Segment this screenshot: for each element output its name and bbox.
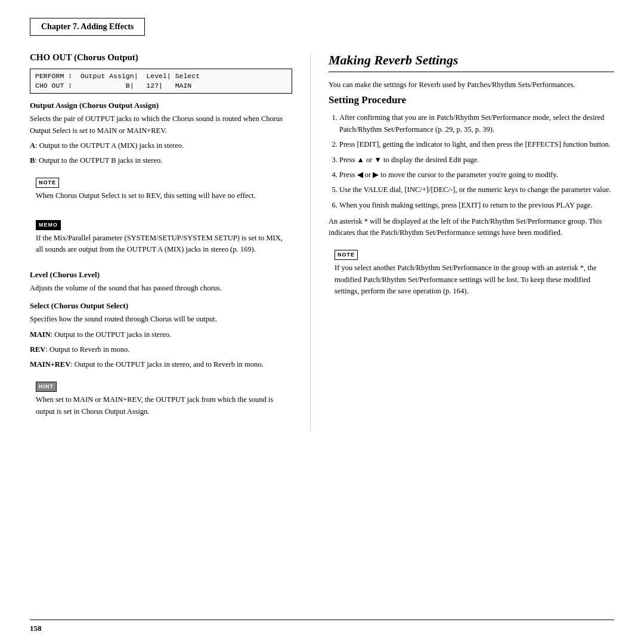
- right-note-label: NOTE: [335, 250, 358, 261]
- output-assign-a: A: Output to the OUTPUT A (MIX) jacks in…: [30, 140, 292, 151]
- note-text: When Chorus Output Select is set to REV,…: [36, 190, 286, 202]
- note-label: NOTE: [36, 178, 59, 188]
- chapter-title: Chapter 7. Adding Effects: [41, 22, 134, 31]
- memo-label: MEMO: [36, 220, 61, 231]
- output-assign-body: Selects the pair of OUTPUT jacks to whic…: [30, 113, 292, 137]
- select-rev: REV: Output to Reverb in mono.: [30, 344, 292, 355]
- bottom-rule: [30, 620, 614, 620]
- select-title: Select (Chorus Output Select): [30, 301, 292, 311]
- chapter-header: Chapter 7. Adding Effects: [30, 18, 145, 36]
- right-note-block: NOTE If you select another Patch/Rhythm …: [329, 245, 614, 305]
- asterisk-note: An asterisk * will be displayed at the l…: [329, 216, 614, 239]
- step-2: Press [EDIT], getting the indicator to l…: [339, 139, 614, 150]
- setting-procedure-title: Setting Procedure: [329, 94, 614, 106]
- select-mainrev: MAIN+REV: Output to the OUTPUT jacks in …: [30, 359, 292, 370]
- left-column: CHO OUT (Chorus Output) PERFORM ↕ Output…: [30, 52, 292, 431]
- note-block: NOTE When Chorus Output Select is set to…: [30, 173, 292, 209]
- right-note-text: If you select another Patch/Rhythm Set/P…: [335, 262, 608, 297]
- step-4: Press ◀ or ▶ to move the cursor to the p…: [339, 169, 614, 181]
- memo-block: MEMO If the Mix/Parallel parameter (SYST…: [30, 215, 292, 263]
- select-body: Specifies how the sound routed through C…: [30, 314, 292, 325]
- select-main: MAIN: Output to the OUTPUT jacks in ster…: [30, 329, 292, 340]
- display-line-1: PERFORM ↕ Output Assign| Level| Select: [35, 72, 287, 81]
- page-number: 158: [30, 624, 42, 633]
- display-box: PERFORM ↕ Output Assign| Level| Select C…: [30, 69, 292, 94]
- output-assign-title: Output Assign (Chorus Output Assign): [30, 101, 292, 110]
- making-reverb-title: Making Reverb Settings: [329, 52, 614, 72]
- right-column: Making Reverb Settings You can make the …: [310, 52, 614, 431]
- step-6: When you finish making settings, press […: [339, 200, 614, 211]
- step-1: After confirming that you are in Patch/R…: [339, 112, 614, 135]
- cho-out-title: CHO OUT (Chorus Output): [30, 52, 292, 63]
- level-title: Level (Chorus Level): [30, 270, 292, 280]
- hint-text: When set to MAIN or MAIN+REV, the OUTPUT…: [36, 394, 286, 417]
- memo-text: If the Mix/Parallel parameter (SYSTEM/SE…: [36, 233, 286, 256]
- reverb-intro: You can make the settings for Reverb use…: [329, 79, 614, 91]
- hint-label: HINT: [36, 382, 57, 392]
- output-assign-b: B: Output to the OUTPUT B jacks in stere…: [30, 155, 292, 166]
- hint-block: HINT When set to MAIN or MAIN+REV, the O…: [30, 377, 292, 425]
- step-5: Use the VALUE dial, [INC/+]/[DEC/-], or …: [339, 184, 614, 196]
- step-3: Press ▲ or ▼ to display the desired Edit…: [339, 154, 614, 166]
- procedure-steps: After confirming that you are in Patch/R…: [329, 112, 614, 211]
- display-line-2: CHO OUT ↕ B| 127| MAIN: [35, 81, 287, 91]
- level-body: Adjusts the volume of the sound that has…: [30, 283, 292, 294]
